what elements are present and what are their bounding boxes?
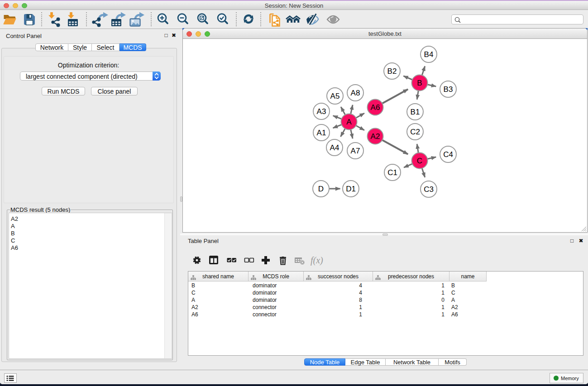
svg-text:f(x): f(x) bbox=[311, 255, 323, 266]
svg-text:B1: B1 bbox=[411, 108, 420, 116]
svg-text:A2: A2 bbox=[371, 132, 380, 141]
svg-text:A7: A7 bbox=[351, 147, 360, 155]
svg-text:B4: B4 bbox=[424, 50, 434, 59]
svg-text:B2: B2 bbox=[387, 67, 397, 76]
svg-text:A6: A6 bbox=[371, 103, 380, 112]
svg-text:C2: C2 bbox=[410, 128, 420, 136]
svg-text:A3: A3 bbox=[317, 107, 326, 116]
svg-text:A8: A8 bbox=[351, 89, 360, 97]
svg-text:A5: A5 bbox=[330, 92, 340, 100]
svg-text:A1: A1 bbox=[317, 129, 326, 137]
svg-text:A: A bbox=[346, 118, 352, 126]
svg-text:D: D bbox=[318, 185, 324, 193]
svg-text:C: C bbox=[417, 157, 422, 165]
svg-text:B3: B3 bbox=[444, 85, 453, 94]
svg-text:C1: C1 bbox=[387, 168, 397, 177]
svg-text:C4: C4 bbox=[443, 150, 453, 159]
svg-text:D1: D1 bbox=[346, 185, 356, 193]
svg-text:B: B bbox=[417, 79, 422, 87]
svg-text:A4: A4 bbox=[330, 143, 339, 152]
svg-text:C3: C3 bbox=[424, 185, 434, 194]
